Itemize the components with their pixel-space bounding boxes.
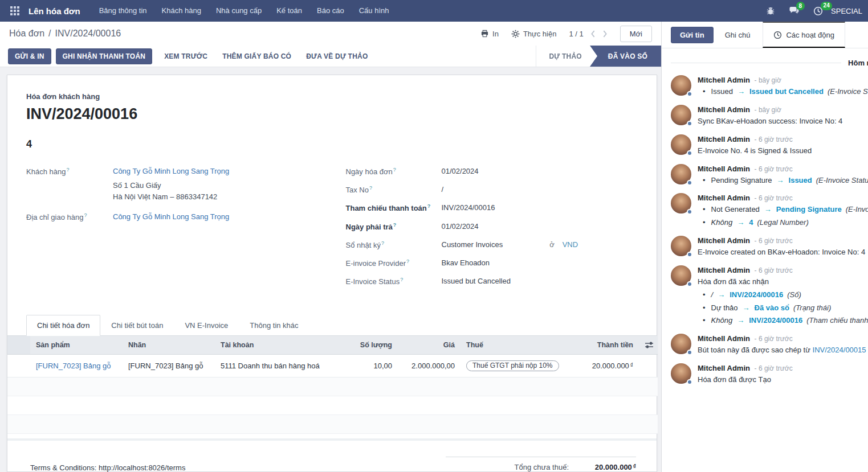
tab-other-info[interactable]: Thông tin khác [239,315,309,336]
currency-link[interactable]: VND [563,240,578,249]
menu-reporting[interactable]: Báo cáo [309,0,352,22]
tracking-line: •/→INV/2024/00016(Số) [698,290,868,301]
activities-button[interactable]: Các hoạt động [763,22,845,48]
user-menu[interactable]: SPECIAL [831,7,862,15]
print-button[interactable]: In [480,30,499,38]
register-payment-button[interactable]: GHI NHẬN THANH TOÁN [56,48,153,64]
customer-value: Công Ty Gỗ Minh Long Sang Trọng Số 1 Cầu… [113,166,229,203]
log-note-button[interactable]: Ghi chú [723,27,753,43]
tracking-line: •Not Generated→Pending Signature(E-Invoi… [698,204,868,215]
printer-icon [480,30,489,38]
avatar[interactable] [671,334,691,354]
avatar[interactable] [671,265,691,286]
col-label[interactable]: Nhãn [123,336,215,355]
help-icon: ? [393,222,397,228]
add-credit-note-button[interactable]: THÊM GIẤY BÁO CÓ [215,49,299,64]
message-author[interactable]: Mitchell Admin [698,334,750,343]
journal-name[interactable]: Customer Invoices [442,240,503,249]
table-row[interactable]: [FURN_7023] Bảng gỗ [FURN_7023] Bảng gỗ … [7,355,658,377]
message-body: Bút toán này đã được sao chép từ INV/202… [698,345,868,356]
col-account[interactable]: Tài khoản [215,336,344,355]
menu-vendors[interactable]: Nhà cung cấp [209,0,269,22]
einvoice-status-value[interactable]: Issued but Cancelled [442,276,511,288]
status-posted[interactable]: ĐÃ VÀO SỔ [590,46,661,67]
send-message-button[interactable]: Gửi tin [671,27,714,43]
status-draft[interactable]: DỰ THẢO [536,46,597,67]
new-record-button[interactable]: Mới [620,26,652,42]
message-body: Sync BKav-eHoadon success: Invoice No: 4 [698,116,868,127]
messages-icon[interactable]: 8 [789,6,800,15]
untaxed-amount: 20.000.000₫ [569,463,636,471]
activities-clock-icon[interactable]: 24 [813,6,823,16]
tracking-line: •Pending Signature→Issued(E-Invoice Stat… [698,175,868,186]
tracking-line: •Dự thảo→Đã vào sổ(Trạng thái) [698,303,868,314]
tax-tag: Thuế GTGT phải nộp 10% [466,360,559,371]
optional-columns-icon[interactable] [639,336,658,355]
menu-customers[interactable]: Khách hàng [154,0,209,22]
preview-button[interactable]: XEM TRƯỚC [157,49,215,64]
message: Mitchell Admin - 6 giờ trước •Not Genera… [671,193,868,228]
presence-indicator [687,379,692,385]
product-link[interactable]: [FURN_7023] Bảng gỗ [36,362,111,370]
message-author[interactable]: Mitchell Admin [698,236,750,245]
tab-vn-einvoice[interactable]: VN E-Invoice [174,315,239,336]
pager: 1 / 1 [569,30,607,38]
message-author[interactable]: Mitchell Admin [698,364,750,372]
help-icon: ? [369,185,372,191]
tax-no-value[interactable]: / [442,184,444,196]
customer-link[interactable]: Công Ty Gỗ Minh Long Sang Trọng [113,167,229,175]
journal-in-word: ở [549,240,555,249]
col-subtotal[interactable]: Thành tiền [569,336,639,355]
payment-reference-value[interactable]: INV/2024/00016 [442,203,495,214]
col-quantity[interactable]: Số lượng [344,336,398,355]
activity-clock-icon [773,31,782,39]
message-author[interactable]: Mitchell Admin [698,135,750,143]
line-price: 2.000.000,00 [398,355,461,377]
avatar[interactable] [671,134,691,155]
pager-previous-icon[interactable] [590,30,596,38]
due-date-label: Ngày phải trả? [346,221,442,233]
terms-url[interactable]: http://localhost:8026/terms [99,463,185,472]
send-print-button[interactable]: GỬI & IN [8,48,51,64]
tab-journal-items[interactable]: Chi tiết bút toán [100,315,174,336]
message-author[interactable]: Mitchell Admin [698,194,750,202]
message-author[interactable]: Mitchell Admin [698,165,750,173]
avatar[interactable] [671,236,691,256]
app-name[interactable]: Lên hóa đơn [28,6,80,16]
avatar[interactable] [671,164,691,184]
einvoice-provider-label: E-invoice Provider? [346,258,442,269]
menu-configuration[interactable]: Cấu hình [352,0,397,22]
line-quantity: 10,00 [344,355,398,377]
menu-accounting[interactable]: Kế toán [269,0,309,22]
document-type-label: Hóa đơn khách hàng [26,92,638,101]
due-date-value[interactable]: 01/02/2024 [442,221,479,233]
presence-indicator [687,281,692,287]
message: Mitchell Admin - 6 giờ trước Bút toán nà… [671,334,868,356]
col-tax[interactable]: Thuế [461,336,569,355]
avatar[interactable] [671,75,691,96]
message-author[interactable]: Mitchell Admin [698,76,750,84]
action-menu-button[interactable]: Thực hiện [511,30,557,38]
form-view: Hóa đơn khách hàng INV/2024/00016 4 Khác… [0,67,661,472]
tab-invoice-lines[interactable]: Chi tiết hóa đơn [26,315,100,336]
pager-next-icon[interactable] [602,30,608,38]
help-icon: ? [400,277,403,282]
apps-menu-icon[interactable] [10,6,19,15]
invoice-date-value[interactable]: 01/02/2024 [442,166,479,178]
message-author[interactable]: Mitchell Admin [698,266,750,274]
einvoice-provider-value[interactable]: Bkav Ehoadon [442,258,490,269]
einvoice-number: 4 [26,138,638,150]
avatar[interactable] [671,193,691,214]
delivery-address-link[interactable]: Công Ty Gỗ Minh Long Sang Trọng [113,212,229,221]
source-invoice-link[interactable]: INV/2024/00015 [813,346,866,354]
col-product[interactable]: Sản phẩm [30,336,123,355]
breadcrumb-parent[interactable]: Hóa đơn [9,28,44,38]
message-author[interactable]: Mitchell Admin [698,105,750,114]
debug-bug-icon[interactable] [766,6,775,15]
help-icon: ? [66,167,69,173]
avatar[interactable] [671,363,691,384]
menu-dashboard[interactable]: Bảng thông tin [92,0,154,22]
col-price[interactable]: Giá [398,336,461,355]
avatar[interactable] [671,105,691,125]
reset-to-draft-button[interactable]: ĐƯA VỀ DỰ THẢO [299,49,375,64]
